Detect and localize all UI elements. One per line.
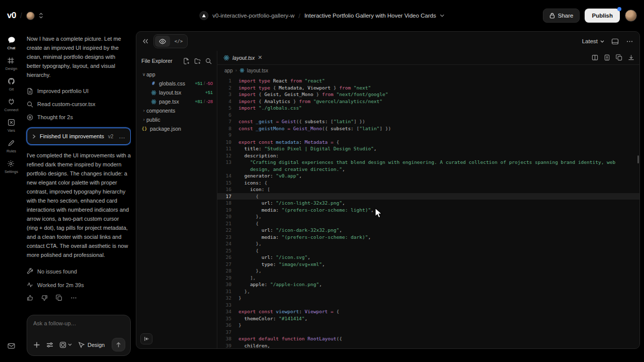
design-mode-button[interactable]: Design — [78, 341, 105, 348]
file-diff-icon[interactable] — [604, 54, 610, 61]
code-line[interactable]: 35 themeColor: "#141414", — [217, 315, 639, 322]
chevron-down-icon[interactable] — [440, 14, 445, 17]
settings-sliders-icon[interactable] — [46, 341, 53, 348]
folder-app[interactable]: ∨app — [136, 70, 217, 79]
follow-up-input[interactable] — [33, 320, 125, 326]
step-pulse[interactable]: Worked for 2m 39s — [27, 278, 131, 292]
code-line[interactable]: 2import type { Metadata, Viewport } from… — [217, 84, 639, 92]
download-icon[interactable] — [628, 54, 634, 61]
more-options-icon[interactable] — [626, 38, 633, 45]
code-line[interactable]: 14 generator: "v0.app", — [217, 172, 639, 179]
code-line[interactable]: 32} — [217, 295, 639, 302]
code-line[interactable]: 22 url: "/icon-dark-32x32.png", — [217, 227, 639, 234]
code-line[interactable]: 36} — [217, 322, 639, 329]
copy-code-icon[interactable] — [616, 54, 622, 61]
code-line[interactable]: 33 — [217, 302, 639, 309]
open-in-browser-icon[interactable] — [611, 38, 619, 45]
rail-item-vars[interactable]: Vars — [8, 119, 16, 133]
code-line[interactable]: 20 }, — [217, 213, 639, 220]
rail-item-git[interactable]: Git — [8, 77, 16, 92]
step-search[interactable]: Read custom-cursor.tsx — [27, 98, 131, 111]
copy-icon[interactable] — [56, 295, 62, 301]
code-line[interactable]: 34export const viewport: Viewport = { — [217, 308, 639, 315]
version-card[interactable]: Finished UI improvements v2 ... — [27, 128, 131, 145]
code-line[interactable]: 1import type React from "react" — [217, 77, 639, 84]
team-avatar[interactable] — [26, 12, 35, 20]
code-line[interactable]: 9 — [217, 132, 639, 139]
project-name[interactable]: v0-interactive-portfolio-gallery-w — [212, 13, 294, 19]
split-view-icon[interactable] — [592, 54, 598, 61]
close-tab-icon[interactable]: ✕ — [258, 54, 262, 61]
code-line[interactable]: 12 description: — [217, 152, 639, 159]
rail-item-connect[interactable]: Connect — [5, 98, 19, 112]
code-line[interactable]: 10export const metadata: Metadata = { — [217, 139, 639, 146]
code-line[interactable]: 18 url: "/icon-light-32x32.png", — [217, 200, 639, 207]
rail-item-design[interactable]: Design — [6, 57, 17, 71]
folder-public[interactable]: ›public — [136, 115, 217, 124]
collapse-panel-icon[interactable] — [142, 39, 148, 44]
code-line[interactable]: 8const _geistMono = Geist_Mono({ subsets… — [217, 125, 639, 132]
code-line[interactable]: 30 apple: "/apple-icon.png", — [217, 281, 639, 288]
more-options-icon[interactable] — [70, 295, 77, 301]
code-line[interactable]: 25 { — [217, 247, 639, 254]
code-line[interactable]: 3import { Geist, Geist_Mono } from "next… — [217, 91, 639, 98]
new-folder-icon[interactable] — [194, 58, 201, 64]
step-doc[interactable]: Improved portfolio UI — [27, 84, 131, 98]
code-line[interactable]: 15 icons: { — [217, 179, 639, 187]
step-wrench[interactable]: No issues found — [27, 264, 131, 278]
code-line[interactable]: 4import { Analytics } from "@vercel/anal… — [217, 98, 639, 105]
code-line[interactable]: 39 children, — [217, 342, 639, 349]
code-area[interactable]: 1import type React from "react"2import t… — [217, 76, 639, 348]
attach-plus-icon[interactable] — [33, 341, 40, 348]
code-line[interactable]: 26 url: "/icon.svg", — [217, 254, 639, 261]
vercel-triangle-icon[interactable] — [199, 11, 208, 20]
code-line[interactable]: 37 — [217, 329, 639, 336]
chat-composer[interactable]: Design — [27, 315, 131, 356]
model-selector[interactable] — [59, 341, 72, 348]
tab-layout-tsx[interactable]: layout.tsx ✕ — [217, 51, 269, 64]
rail-item-rules[interactable]: Rules — [7, 139, 16, 153]
code-line[interactable]: 31 }, — [217, 288, 639, 295]
send-button[interactable] — [112, 338, 125, 351]
file-globals-css[interactable]: #globals.css+51 / -50 — [136, 79, 217, 88]
chat-title[interactable]: Interactive Portfolio Gallery with Hover… — [304, 13, 436, 19]
code-line[interactable]: design, and creative direction.", — [217, 166, 639, 173]
code-line[interactable]: 5import "./globals.css" — [217, 105, 639, 112]
code-line[interactable]: 29 ], — [217, 275, 639, 282]
more-options-icon[interactable]: ... — [119, 133, 125, 139]
breadcrumb-file[interactable]: layout.tsx — [247, 68, 268, 73]
code-line[interactable]: 24 }, — [217, 240, 639, 247]
rail-item-settings[interactable]: Settings — [5, 160, 18, 174]
file-layout-tsx[interactable]: layout.tsx+51 — [136, 88, 217, 97]
search-files-icon[interactable] — [205, 58, 212, 64]
code-line[interactable]: 21 { — [217, 220, 639, 227]
code-line[interactable]: 28 }, — [217, 267, 639, 275]
code-line[interactable]: 11 title: "Studio Pixel | Digital Design… — [217, 145, 639, 152]
breadcrumb-folder[interactable]: app — [224, 68, 233, 73]
code-toggle-icon[interactable]: </> — [171, 36, 186, 47]
version-selector[interactable]: Latest — [582, 38, 604, 44]
publish-button[interactable]: Publish — [585, 9, 620, 23]
thumbs-down-icon[interactable] — [41, 295, 48, 301]
v0-logo[interactable]: v0 — [7, 11, 16, 21]
folder-components[interactable]: ›components — [136, 106, 217, 115]
code-line[interactable]: 13 "Crafting digital experiences that bl… — [217, 159, 639, 166]
code-line[interactable]: 19 media: "(prefers-color-scheme: light)… — [217, 207, 639, 214]
share-button[interactable]: Share — [543, 9, 580, 23]
user-avatar[interactable] — [625, 10, 637, 22]
code-line-active[interactable]: 17 { — [217, 193, 639, 200]
collapse-explorer-icon[interactable] — [140, 333, 152, 344]
preview-toggle-eye-icon[interactable] — [155, 36, 170, 47]
file-package-json[interactable]: {}package.json — [136, 124, 217, 133]
code-line[interactable]: 38export default function RootLayout({ — [217, 335, 639, 342]
code-line[interactable]: 23 media: "(prefers-color-scheme: dark)"… — [217, 234, 639, 241]
rail-item-chat[interactable]: Chat — [8, 36, 16, 50]
file-page-tsx[interactable]: page.tsx+81 / -28 — [136, 97, 217, 106]
chat-scroll-area[interactable]: Now I have a complete picture. Let me cr… — [26, 34, 131, 315]
project-switcher-icon[interactable] — [39, 13, 43, 19]
new-file-icon[interactable] — [183, 58, 190, 64]
step-thought[interactable]: Thought for 2s — [27, 111, 131, 124]
thumbs-up-icon[interactable] — [27, 295, 33, 301]
code-line[interactable]: 27 type: "image/svg+xml", — [217, 261, 639, 268]
feedback-mail-icon[interactable] — [0, 343, 23, 349]
